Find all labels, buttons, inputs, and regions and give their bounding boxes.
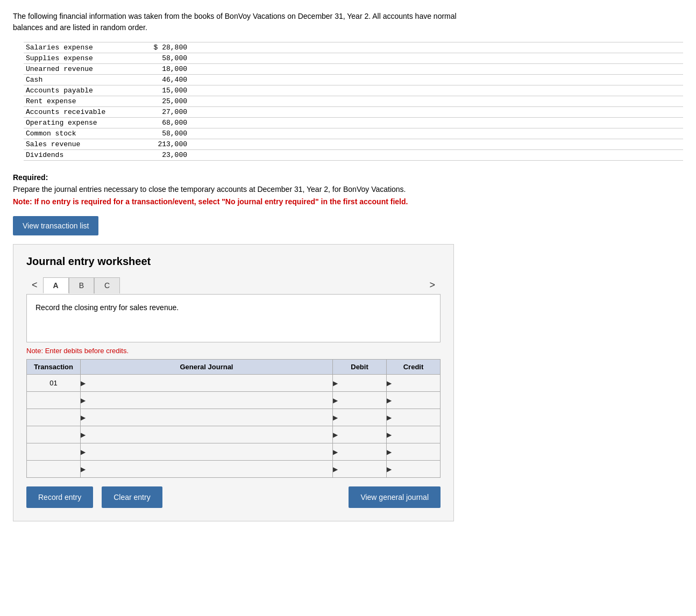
debit-input[interactable] [340,463,386,475]
general-journal-cell[interactable]: ▶ [81,443,333,461]
col-header-debit: Debit [333,360,387,375]
financial-label: Accounts payable [26,87,144,95]
financial-value: 15,000 [144,87,187,95]
debit-input[interactable] [340,428,386,441]
general-journal-input[interactable] [88,446,332,458]
debit-arrow-icon: ▶ [333,414,338,421]
worksheet-title: Journal entry worksheet [26,255,441,268]
financial-label: Salaries expense [26,44,144,52]
row-arrow-icon: ▶ [81,448,86,456]
credit-cell[interactable]: ▶ [387,461,441,478]
financial-value: 58,000 [144,54,187,62]
general-journal-input[interactable] [88,463,332,475]
debit-arrow-icon: ▶ [333,379,338,387]
credit-input[interactable] [394,394,440,406]
financial-row: Sales revenue213,000 [24,139,683,149]
credit-input[interactable] [394,463,440,475]
financial-row: Cash46,400 [24,74,683,85]
general-journal-input[interactable] [88,377,332,389]
general-journal-cell[interactable]: ▶ [81,392,333,409]
table-row: ▶▶▶ [27,392,441,409]
worksheet-container: Journal entry worksheet < A B C > Record… [13,244,454,521]
debit-input[interactable] [340,411,386,424]
general-journal-input[interactable] [88,411,332,424]
credit-cell[interactable]: ▶ [387,426,441,443]
financial-label: Dividends [26,151,144,159]
tab-a[interactable]: A [43,277,69,293]
next-arrow[interactable]: > [424,276,441,294]
transaction-cell [27,392,81,409]
financial-row: Salaries expense$ 28,800 [24,42,683,53]
bottom-buttons: Record entry Clear entry View general jo… [26,486,441,508]
financial-row: Accounts payable15,000 [24,85,683,96]
required-label: Required: [13,173,48,182]
general-journal-cell[interactable]: ▶ [81,409,333,426]
financial-value: 68,000 [144,119,187,127]
financial-row: Rent expense25,000 [24,96,683,106]
tab-list: A B C [43,277,424,293]
credit-cell[interactable]: ▶ [387,443,441,461]
tab-c[interactable]: C [94,277,120,293]
credit-cell[interactable]: ▶ [387,392,441,409]
financial-row: Unearned revenue18,000 [24,63,683,74]
debit-input[interactable] [340,377,386,389]
debit-cell[interactable]: ▶ [333,426,387,443]
general-journal-input[interactable] [88,394,332,406]
record-entry-button[interactable]: Record entry [26,486,93,508]
journal-table: Transaction General Journal Debit Credit… [26,359,441,478]
financial-data-table: Salaries expense$ 28,800Supplies expense… [24,42,683,161]
prev-arrow[interactable]: < [26,276,43,294]
row-arrow-icon: ▶ [81,465,86,473]
row-arrow-icon: ▶ [81,414,86,421]
credit-arrow-icon: ▶ [387,397,392,404]
debit-arrow-icon: ▶ [333,465,338,473]
view-transaction-button[interactable]: View transaction list [13,216,98,235]
transaction-cell [27,443,81,461]
table-row: 01▶▶▶ [27,375,441,392]
financial-row: Accounts receivable27,000 [24,106,683,117]
required-section: Required: Prepare the journal entries ne… [13,171,683,207]
debit-input[interactable] [340,394,386,406]
row-arrow-icon: ▶ [81,397,86,404]
credit-input[interactable] [394,446,440,458]
required-note: Note: If no entry is required for a tran… [13,197,408,206]
debit-input[interactable] [340,446,386,458]
col-header-credit: Credit [387,360,441,375]
financial-label: Rent expense [26,97,144,105]
debit-cell[interactable]: ▶ [333,409,387,426]
financial-label: Unearned revenue [26,65,144,73]
financial-row: Dividends23,000 [24,149,683,161]
general-journal-cell[interactable]: ▶ [81,426,333,443]
col-header-transaction: Transaction [27,360,81,375]
general-journal-cell[interactable]: ▶ [81,375,333,392]
credit-cell[interactable]: ▶ [387,375,441,392]
financial-label: Cash [26,76,144,84]
debit-cell[interactable]: ▶ [333,461,387,478]
clear-entry-button[interactable]: Clear entry [102,486,162,508]
financial-value: $ 28,800 [144,44,187,52]
debit-cell[interactable]: ▶ [333,392,387,409]
financial-label: Operating expense [26,119,144,127]
credit-cell[interactable]: ▶ [387,409,441,426]
row-arrow-icon: ▶ [81,379,86,387]
debit-arrow-icon: ▶ [333,397,338,404]
financial-label: Sales revenue [26,140,144,148]
credit-input[interactable] [394,377,440,389]
debit-cell[interactable]: ▶ [333,375,387,392]
credit-arrow-icon: ▶ [387,448,392,456]
financial-value: 18,000 [144,65,187,73]
credit-input[interactable] [394,428,440,441]
credit-arrow-icon: ▶ [387,414,392,421]
tab-b[interactable]: B [69,277,94,293]
financial-value: 23,000 [144,151,187,159]
debit-cell[interactable]: ▶ [333,443,387,461]
credit-arrow-icon: ▶ [387,465,392,473]
general-journal-input[interactable] [88,428,332,441]
view-general-journal-button[interactable]: View general journal [349,486,441,508]
credit-input[interactable] [394,411,440,424]
transaction-cell [27,409,81,426]
financial-row: Supplies expense58,000 [24,53,683,63]
financial-value: 27,000 [144,108,187,116]
general-journal-cell[interactable]: ▶ [81,461,333,478]
table-row: ▶▶▶ [27,409,441,426]
